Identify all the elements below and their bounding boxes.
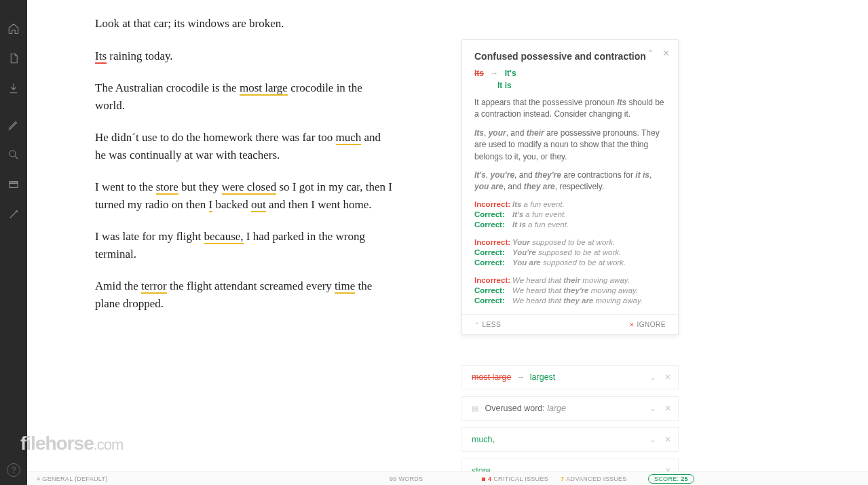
mini-word: large [547, 404, 566, 413]
card-title: Confused possessive and contraction [474, 51, 666, 62]
explanation: Its, your, and their are possessive pron… [474, 128, 666, 163]
error-underline[interactable]: store [156, 180, 178, 195]
error-underline[interactable]: were closed [222, 180, 277, 195]
close-icon[interactable]: ✕ [664, 372, 671, 382]
app-sidebar: ? [0, 0, 27, 485]
advanced-issues[interactable]: 7ADVANCED ISSUES [561, 476, 627, 482]
less-button[interactable]: LESS [474, 321, 501, 328]
wand-icon[interactable] [7, 208, 20, 221]
error-underline[interactable]: because, [204, 230, 244, 244]
error-underline[interactable]: out [251, 198, 266, 212]
mini-card[interactable]: ▤ ⌄✕ Overused word: large [461, 396, 679, 421]
word-count: 99 WORDS [390, 476, 423, 482]
score-badge[interactable]: SCORE: 25 [648, 474, 694, 484]
paragraph[interactable]: I went to the store but they were closed… [95, 178, 394, 213]
example-block: Incorrect:We heard that their moving awa… [474, 276, 666, 305]
mini-from: most large [472, 372, 511, 382]
suggestion-alt[interactable]: It is [497, 81, 512, 90]
collapse-icon[interactable]: ⌃ [647, 48, 654, 58]
svg-point-0 [10, 151, 16, 157]
card-footer: LESS IGNORE [462, 314, 678, 334]
status-bar: ≡ GENERAL (DEFAULT) 99 WORDS 4CRITICAL I… [27, 471, 868, 485]
suggestion-line: Its → It's [474, 69, 666, 78]
mini-word: much, [472, 435, 495, 444]
pen-icon[interactable] [7, 118, 20, 132]
error-underline[interactable]: most large [240, 81, 288, 96]
paragraph[interactable]: He didn´t use to do the homework there w… [95, 129, 394, 163]
paragraph[interactable]: I was late for my flight because, I had … [95, 228, 394, 263]
mini-card[interactable]: ⌄✕ most large → largest [461, 365, 679, 389]
note-icon: ▤ [472, 404, 478, 412]
mini-text: Overused word: [485, 404, 547, 413]
suggestion-to[interactable]: It's [505, 69, 516, 78]
error-underline[interactable]: much [336, 131, 362, 145]
close-icon[interactable]: ✕ [662, 48, 670, 58]
paragraph[interactable]: The Australian crocodile is the most lar… [95, 79, 394, 114]
home-icon[interactable] [7, 22, 20, 35]
explanation: It's, you're, and they're are contractio… [474, 170, 666, 193]
download-icon[interactable] [7, 81, 20, 95]
search-icon[interactable] [7, 148, 20, 161]
mini-card[interactable]: ⌄✕ much, [461, 427, 679, 452]
mini-to: largest [530, 372, 556, 382]
arrow-icon: → [490, 69, 498, 78]
expand-icon[interactable]: ⌄ [649, 404, 656, 413]
critical-issues[interactable]: 4CRITICAL ISSUES [482, 476, 548, 482]
paragraph[interactable]: Its raining today. [95, 47, 394, 65]
arrow-icon: → [516, 372, 525, 382]
suggestion-from: Its [474, 69, 484, 78]
paragraph[interactable]: Look at that car; its windows are broken… [95, 15, 394, 33]
close-icon[interactable]: ✕ [664, 404, 671, 413]
help-label: ? [12, 465, 16, 475]
editor-area[interactable]: Look at that car; its windows are broken… [27, 0, 461, 471]
suggestion-card: ⌃ ✕ Confused possessive and contraction … [461, 39, 679, 335]
help-icon[interactable]: ? [7, 463, 20, 477]
ignore-button[interactable]: IGNORE [629, 321, 666, 328]
watermark: filehorse.com [20, 433, 123, 454]
explanation: It appears that the possessive pronoun I… [474, 97, 666, 121]
book-icon[interactable] [7, 178, 20, 191]
paragraph[interactable]: Amid the terror the flight attendant scr… [95, 277, 394, 312]
example-block: Incorrect:Its a fun event. Correct:It's … [474, 200, 666, 229]
svg-rect-2 [10, 182, 18, 184]
example-block: Incorrect:Your supposed to be at work. C… [474, 238, 666, 267]
expand-icon[interactable]: ⌄ [649, 435, 656, 444]
document-icon[interactable] [7, 52, 20, 65]
suggestion-pane: ⌃ ✕ Confused possessive and contraction … [461, 39, 679, 483]
error-underline[interactable]: Its [95, 50, 107, 64]
error-underline[interactable]: time [335, 279, 355, 294]
expand-icon[interactable]: ⌄ [649, 372, 656, 382]
document-type[interactable]: ≡ GENERAL (DEFAULT) [37, 476, 107, 482]
error-underline[interactable]: terror [141, 279, 167, 294]
close-icon[interactable]: ✕ [664, 435, 671, 444]
